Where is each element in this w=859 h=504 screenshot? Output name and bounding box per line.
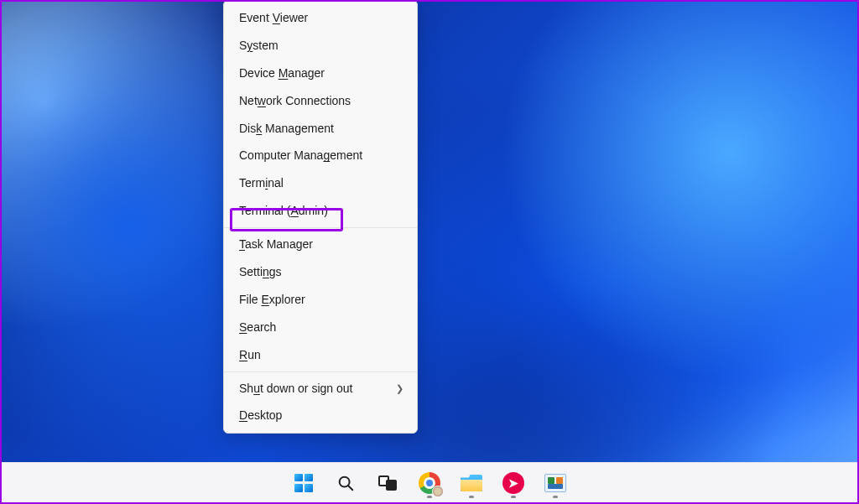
taskbar-app-pinned-red[interactable]: ➤ (497, 466, 530, 500)
running-indicator (427, 496, 432, 498)
app-icon: ➤ (502, 472, 524, 494)
taskbar-search-button[interactable] (329, 466, 362, 500)
menu-label-post: iewer (280, 11, 308, 24)
taskbar: ➤ (2, 462, 857, 502)
menu-item-computer-management[interactable]: Computer Management (224, 142, 417, 169)
menu-separator (224, 372, 417, 372)
menu-label-accel: V (273, 11, 280, 24)
control-panel-icon (544, 474, 566, 492)
menu-item-task-manager[interactable]: Task Manager (224, 231, 417, 258)
desktop-wallpaper[interactable] (2, 2, 857, 502)
task-view-button[interactable] (371, 466, 404, 500)
menu-item-system[interactable]: System (224, 32, 417, 60)
menu-item-disk-management[interactable]: Disk Management (224, 115, 417, 143)
winx-context-menu: Event Viewer System Device Manager Netwo… (223, 0, 418, 434)
menu-item-file-explorer[interactable]: File Explorer (224, 286, 417, 314)
chevron-right-icon: ❯ (396, 382, 403, 395)
profile-badge-icon (432, 486, 444, 497)
menu-item-terminal-admin[interactable]: Terminal (Admin) (224, 197, 417, 225)
menu-item-run[interactable]: Run (224, 341, 417, 369)
task-view-icon (378, 474, 397, 492)
menu-item-device-manager[interactable]: Device Manager (224, 60, 417, 87)
menu-item-network-connections[interactable]: Network Connections (224, 87, 417, 115)
svg-line-1 (348, 486, 352, 490)
menu-item-settings[interactable]: Settings (224, 258, 417, 286)
menu-item-event-viewer[interactable]: Event Viewer (224, 4, 417, 32)
taskbar-app-chrome[interactable] (413, 466, 446, 500)
running-indicator (553, 496, 558, 498)
start-button[interactable] (287, 466, 320, 500)
taskbar-app-file-explorer[interactable] (455, 466, 488, 500)
running-indicator (469, 496, 474, 498)
menu-item-shutdown-signout[interactable]: Shut down or sign out ❯ (224, 375, 417, 403)
menu-label-pre: Event (239, 11, 273, 24)
search-icon (336, 474, 355, 492)
taskbar-app-control-panel[interactable] (539, 466, 572, 500)
menu-item-desktop[interactable]: Desktop (224, 402, 417, 429)
menu-separator (224, 227, 417, 228)
menu-item-terminal[interactable]: Terminal (224, 169, 417, 197)
chrome-icon (419, 472, 440, 494)
file-explorer-icon (461, 475, 482, 491)
running-indicator (511, 496, 516, 498)
windows-logo-icon (294, 474, 313, 492)
menu-item-search[interactable]: Search (224, 314, 417, 341)
